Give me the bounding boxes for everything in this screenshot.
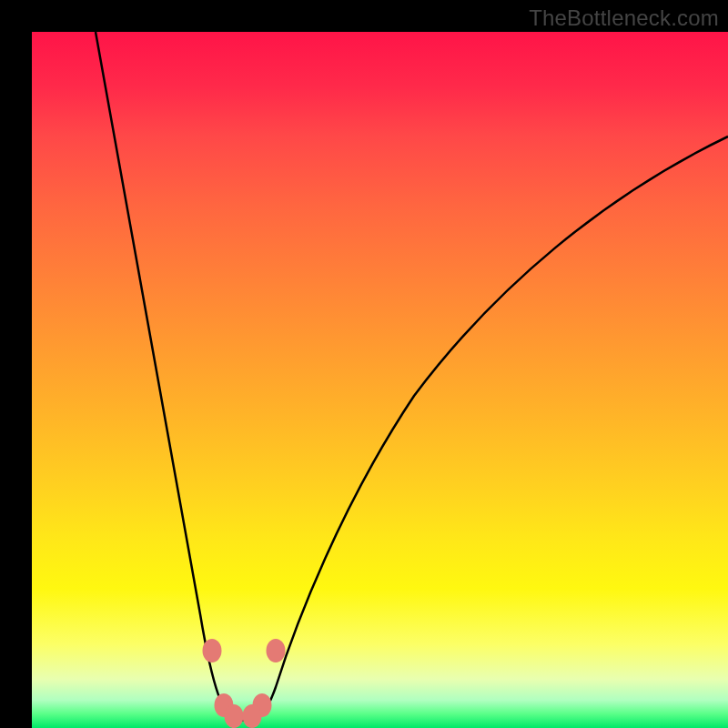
marker-dot [267,639,286,662]
watermark-text: TheBottleneck.com [529,5,719,31]
curve-right [250,136,728,718]
marker-dot [243,704,262,728]
bottleneck-curve [32,32,728,728]
chart-area [32,32,728,728]
marker-dot [203,639,222,662]
marker-dot [225,704,244,728]
curve-left [96,32,250,721]
